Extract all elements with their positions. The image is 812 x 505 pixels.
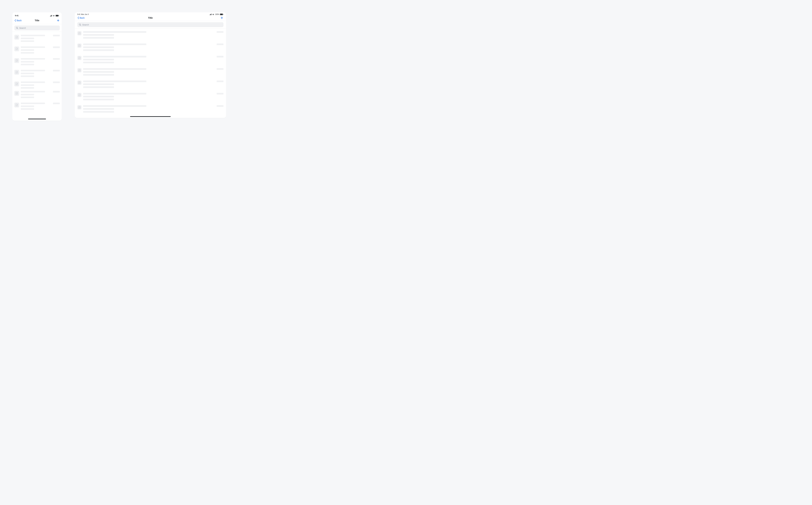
list-item-body — [83, 56, 224, 63]
file-icon — [77, 105, 82, 110]
list-item[interactable] — [77, 104, 224, 117]
list-item-body — [21, 81, 60, 89]
list-item[interactable] — [14, 90, 60, 101]
nav-bar: Back Title — [12, 18, 62, 23]
svg-rect-1 — [56, 15, 58, 16]
phone-frame: 9:41 Back Title — [12, 12, 62, 121]
skeleton-line — [21, 73, 34, 74]
nav-bar: Back Title — [75, 16, 226, 20]
skeleton-title — [21, 70, 45, 71]
file-icon — [14, 91, 19, 96]
battery-percent: 100% — [215, 13, 219, 15]
page-title: Title — [35, 19, 39, 22]
skeleton-line — [21, 52, 34, 53]
list[interactable] — [75, 29, 226, 117]
skeleton-line — [21, 75, 34, 77]
skeleton-meta — [53, 35, 60, 36]
skeleton-title — [83, 31, 146, 33]
list-item-body — [83, 80, 224, 88]
list-item[interactable] — [77, 30, 224, 42]
add-button[interactable] — [56, 19, 60, 22]
skeleton-title — [21, 91, 45, 93]
list-item-body — [21, 35, 60, 42]
list[interactable] — [12, 32, 62, 113]
search-field-wrap[interactable] — [14, 25, 60, 30]
tablet-frame: 9:41 Mon Jun 3 100% Back Title — [75, 12, 226, 118]
skeleton-title — [21, 58, 45, 59]
skeleton-line — [83, 87, 114, 88]
skeleton-line — [83, 34, 114, 36]
list-item[interactable] — [14, 57, 60, 68]
home-indicator[interactable] — [28, 119, 46, 119]
skeleton-meta — [53, 91, 60, 93]
skeleton-line — [83, 74, 114, 75]
skeleton-line — [83, 108, 114, 110]
skeleton-line — [21, 49, 34, 51]
battery-icon — [55, 15, 59, 17]
back-label: Back — [80, 17, 85, 19]
list-item[interactable] — [77, 67, 224, 79]
status-time: 9:41 — [15, 15, 18, 17]
skeleton-line — [83, 59, 114, 60]
skeleton-meta — [53, 46, 60, 48]
search-bar — [12, 24, 62, 32]
list-item[interactable] — [14, 45, 60, 57]
back-button[interactable]: Back — [14, 19, 22, 22]
skeleton-line — [21, 94, 34, 95]
add-button[interactable] — [220, 16, 224, 19]
file-icon — [14, 58, 19, 63]
list-item-body — [83, 93, 224, 100]
status-bar: 9:41 Mon Jun 3 100% — [75, 12, 226, 15]
list-item[interactable] — [14, 101, 60, 113]
skeleton-line — [83, 46, 114, 48]
skeleton-line — [21, 38, 34, 39]
wifi-icon — [52, 15, 55, 17]
list-item[interactable] — [14, 33, 60, 45]
skeleton-line — [83, 83, 114, 85]
list-item[interactable] — [77, 55, 224, 67]
file-icon — [14, 81, 19, 87]
skeleton-line — [83, 71, 114, 73]
home-indicator[interactable] — [130, 116, 171, 117]
list-item-body — [83, 68, 224, 75]
list-item-body — [83, 43, 224, 51]
skeleton-line — [83, 96, 114, 98]
skeleton-title — [83, 105, 146, 107]
file-icon — [77, 31, 82, 35]
skeleton-line — [21, 87, 34, 89]
skeleton-line — [21, 106, 34, 107]
status-date: Mon Jun 3 — [81, 13, 89, 15]
back-label: Back — [17, 19, 22, 22]
list-item-body — [83, 31, 224, 39]
skeleton-meta — [217, 80, 224, 82]
svg-rect-2 — [58, 15, 59, 16]
list-item[interactable] — [77, 92, 224, 104]
file-icon — [14, 70, 19, 75]
skeleton-meta — [53, 70, 60, 71]
list-item-body — [83, 105, 224, 113]
search-input[interactable] — [19, 27, 58, 29]
status-bar: 9:41 — [12, 12, 62, 17]
back-button[interactable]: Back — [77, 17, 85, 19]
search-field-wrap[interactable] — [77, 22, 224, 27]
skeleton-meta — [217, 31, 224, 33]
skeleton-meta — [217, 105, 224, 107]
skeleton-line — [83, 49, 114, 51]
search-icon — [79, 23, 81, 26]
list-item[interactable] — [77, 79, 224, 92]
skeleton-title — [83, 68, 146, 70]
search-bar — [75, 21, 226, 28]
list-item-body — [21, 46, 60, 53]
list-item[interactable] — [14, 68, 60, 80]
skeleton-line — [83, 62, 114, 63]
skeleton-meta — [217, 68, 224, 70]
skeleton-title — [83, 43, 146, 45]
skeleton-line — [21, 61, 34, 62]
search-input[interactable] — [82, 23, 222, 26]
skeleton-title — [83, 80, 146, 82]
file-icon — [14, 35, 19, 40]
list-item[interactable] — [14, 80, 60, 90]
file-icon — [14, 46, 19, 51]
cellular-icon — [210, 13, 212, 15]
list-item[interactable] — [77, 42, 224, 55]
